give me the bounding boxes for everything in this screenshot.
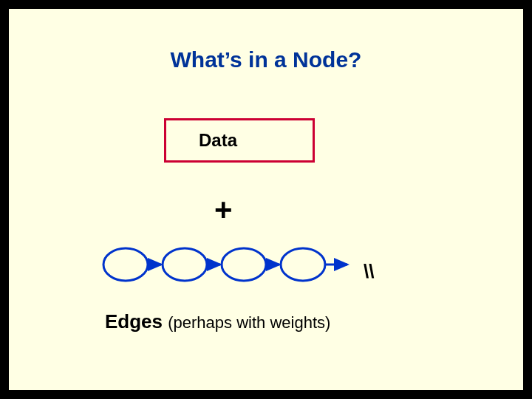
plus-symbol: + xyxy=(214,192,233,228)
chain-node-icon xyxy=(163,248,207,281)
data-box: Data xyxy=(164,118,315,163)
chain-node-icon xyxy=(103,248,148,281)
edges-label: Edges xyxy=(105,310,168,332)
slide-frame: What’s in a Node? Data + \\ xyxy=(0,0,532,399)
edges-caption: Edges (perhaps with weights) xyxy=(105,310,330,333)
node-chain-diagram xyxy=(99,244,365,288)
list-terminator: \\ xyxy=(364,260,374,283)
slide-canvas: What’s in a Node? Data + \\ xyxy=(9,9,523,390)
slide-title: What’s in a Node? xyxy=(9,47,523,72)
data-box-label: Data xyxy=(199,130,237,151)
chain-node-icon xyxy=(222,248,266,281)
chain-node-icon xyxy=(281,248,325,281)
edges-sublabel: (perhaps with weights) xyxy=(168,313,330,332)
